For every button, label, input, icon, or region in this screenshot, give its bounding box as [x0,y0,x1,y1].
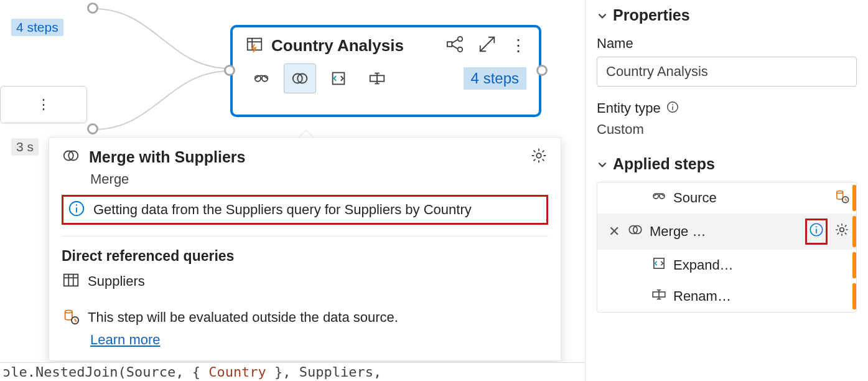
tooltip-info-highlight: Getting data from the Suppliers query fo… [62,195,548,225]
properties-section-header[interactable]: Properties [597,6,857,24]
merge-icon [62,146,80,167]
table-icon [62,271,80,292]
svg-point-5 [458,47,463,52]
step-name: Merge … [650,223,799,240]
properties-panel: Properties Name Entity type Custom Appli… [585,0,868,381]
expand-column-icon [651,255,667,275]
link-icon [651,188,667,208]
step-chip-merge[interactable] [284,64,316,93]
tooltip-subtitle: Merge [90,171,548,187]
svg-point-32 [672,104,673,105]
upstream-step-badge: 4 steps [11,19,63,36]
expand-icon[interactable] [478,35,497,56]
port-dot[interactable] [224,65,235,76]
applied-step-expand[interactable]: Expand… [597,250,856,281]
referenced-query-name: Suppliers [88,273,145,289]
applied-step-rename[interactable]: Renam… [597,281,856,312]
applied-step-merge[interactable]: ✕ Merge … [597,214,856,250]
db-clock-icon [62,307,80,328]
diagram-canvas[interactable]: 4 steps ⋮ 3 s Country Analysis ⋮ [0,0,585,381]
chevron-down-icon [597,10,608,21]
entity-type-value: Custom [597,121,857,138]
delete-step-button[interactable]: ✕ [609,223,621,240]
svg-line-6 [452,40,457,44]
chevron-down-icon [597,159,608,170]
query-node-title: Country Analysis [271,36,438,55]
learn-more-link[interactable]: Learn more [90,332,161,348]
applied-step-source[interactable]: Source [597,182,856,214]
table-lightning-icon [245,35,264,56]
upstream-node[interactable]: ⋮ [0,86,87,123]
code-text: }, Suppliers, [266,364,381,380]
step-info-highlight [805,219,828,245]
port-dot[interactable] [87,123,98,134]
share-icon[interactable] [446,35,464,56]
name-field-label: Name [597,35,857,52]
formula-bar[interactable]: ɔle.NestedJoin(Source, { Country }, Supp… [0,362,585,381]
db-clock-icon [834,188,850,208]
svg-line-7 [452,45,457,49]
step-name: Source [673,190,828,206]
tooltip-info-text: Getting data from the Suppliers query fo… [93,202,472,218]
rename-icon [651,286,667,306]
step-chip-rename[interactable] [361,64,393,93]
applied-steps-section-header[interactable]: Applied steps [597,155,857,173]
more-vertical-icon[interactable]: ⋮ [37,101,50,108]
step-tooltip: Merge with Suppliers Merge Getting data … [49,137,561,361]
port-dot[interactable] [87,2,98,14]
svg-line-8 [487,37,494,44]
info-icon[interactable] [666,100,679,116]
svg-rect-3 [447,42,452,47]
step-chip-expand[interactable] [322,64,355,93]
svg-point-4 [458,37,463,42]
properties-label: Properties [613,6,690,24]
step-name: Renam… [673,288,850,304]
step-chip-source[interactable] [245,64,278,93]
entity-type-label: Entity type [597,100,661,116]
svg-line-9 [480,44,487,51]
step-count-badge: 4 steps [464,67,526,90]
code-keyword: Country [208,364,266,380]
svg-point-21 [536,153,541,158]
gear-icon[interactable] [530,146,548,167]
step-name: Expand… [673,257,850,273]
svg-point-41 [840,228,844,232]
name-input[interactable] [597,57,857,87]
merge-icon [627,222,643,242]
tooltip-title: Merge with Suppliers [89,148,521,166]
tooltip-section-title: Direct referenced queries [62,248,548,265]
code-text: ɔle.NestedJoin(Source, { [2,364,208,380]
query-node-country-analysis[interactable]: Country Analysis ⋮ [230,25,541,117]
gear-icon[interactable] [834,222,850,242]
applied-steps-label: Applied steps [613,155,715,173]
upstream-step-badge: 3 s [11,138,39,156]
port-dot[interactable] [536,65,548,76]
applied-steps-list: Source ✕ Merge … Expand… Renam… [597,182,857,313]
info-icon[interactable] [808,222,824,242]
info-icon [67,199,86,220]
tooltip-warning-text: This step will be evaluated outside the … [88,309,398,326]
svg-point-24 [76,204,77,205]
svg-rect-25 [64,275,78,286]
svg-point-40 [816,226,817,227]
more-vertical-icon[interactable]: ⋮ [510,42,526,49]
